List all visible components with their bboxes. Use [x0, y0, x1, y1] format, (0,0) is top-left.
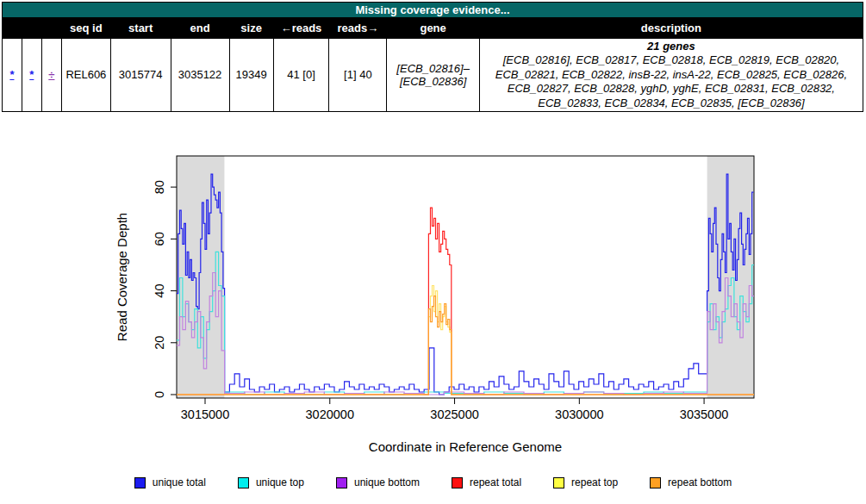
- cell-gene: [ECB_02816]–[ECB_02836]: [387, 39, 479, 112]
- legend-item: repeat top: [553, 476, 618, 488]
- legend-swatch-icon: [336, 477, 347, 488]
- cell-seq-id: REL606: [61, 39, 110, 112]
- y-tick-label: 20: [153, 336, 166, 350]
- y-tick-label: 40: [153, 283, 166, 297]
- legend-label: repeat bottom: [668, 476, 732, 488]
- legend-label: unique bottom: [354, 476, 420, 488]
- series-repeat-total: [177, 208, 754, 395]
- col-header-gene: gene: [387, 18, 479, 39]
- cell-reads-left: 41 [0]: [273, 39, 329, 112]
- legend-item: unique top: [238, 476, 304, 488]
- series-unique-total: [177, 174, 754, 395]
- col-header-reads-right: reads→: [329, 18, 387, 39]
- series-unique-bottom: [177, 273, 754, 395]
- y-tick-label: 80: [153, 180, 166, 194]
- y-tick-label: 0: [153, 391, 166, 398]
- series-repeat-bottom: [177, 296, 754, 395]
- legend-item: unique total: [134, 476, 206, 488]
- y-axis-label: Read Coverage Depth: [115, 213, 129, 341]
- col-header-size: size: [229, 18, 273, 39]
- y-tick-label: 60: [153, 232, 166, 246]
- description-gene-count: 21 genes: [483, 40, 859, 53]
- table-row: * * ÷ REL606 3015774 3035122 19349 41 [0…: [3, 39, 863, 112]
- plot-box: [177, 156, 754, 398]
- legend-label: repeat top: [571, 476, 618, 488]
- legend-swatch-icon: [650, 477, 661, 488]
- x-tick-label: 3015000: [181, 408, 229, 421]
- coverage-plot-canvas: 3015000302000030250003030000303500002040…: [112, 146, 866, 474]
- legend-swatch-icon: [238, 477, 249, 488]
- coverage-plot: 3015000302000030250003030000303500002040…: [112, 146, 866, 474]
- legend-swatch-icon: [452, 477, 463, 488]
- shaded-flank-region: [177, 156, 224, 398]
- legend-item: repeat total: [452, 476, 521, 488]
- legend-swatch-icon: [553, 477, 564, 488]
- table-title: Missing coverage evidence...: [3, 3, 863, 18]
- x-tick-label: 3030000: [555, 408, 603, 421]
- x-axis-label: Coordinate in Reference Genome: [369, 439, 562, 454]
- series-repeat-top: [177, 286, 754, 395]
- legend-swatch-icon: [134, 477, 146, 488]
- links-column-header: [3, 18, 62, 39]
- x-tick-label: 3035000: [680, 408, 728, 421]
- col-header-seq-id: seq id: [61, 18, 110, 39]
- coverage-plot-legend: unique totalunique topunique bottomrepea…: [0, 476, 866, 488]
- col-header-end: end: [171, 18, 229, 39]
- col-header-start: start: [110, 18, 171, 39]
- evidence-link-left-star[interactable]: *: [9, 68, 14, 81]
- series-unique-top: [177, 252, 754, 395]
- legend-label: unique total: [153, 476, 206, 488]
- cell-reads-right: [1] 40: [329, 39, 387, 112]
- legend-label: unique top: [256, 476, 304, 488]
- x-tick-label: 3025000: [430, 408, 478, 421]
- legend-item: unique bottom: [336, 476, 420, 488]
- shaded-flank-region: [707, 156, 754, 398]
- cell-start: 3015774: [110, 39, 171, 112]
- legend-item: repeat bottom: [650, 476, 732, 488]
- evidence-link-divide[interactable]: ÷: [48, 68, 54, 81]
- breseq-missing-coverage-page: { "evidence_table": { "title": "Missing …: [0, 0, 866, 504]
- description-gene-list: [ECB_02816], ECB_02817, ECB_02818, ECB_0…: [495, 53, 847, 109]
- evidence-link-right-star[interactable]: *: [29, 68, 34, 81]
- cell-description: 21 genes [ECB_02816], ECB_02817, ECB_028…: [479, 39, 863, 112]
- legend-label: repeat total: [470, 476, 521, 488]
- missing-coverage-table: Missing coverage evidence... seq id star…: [2, 2, 863, 112]
- cell-size: 19349: [229, 39, 273, 112]
- col-header-description: description: [479, 18, 863, 39]
- cell-end: 3035122: [171, 39, 229, 112]
- x-tick-label: 3020000: [306, 408, 354, 421]
- col-header-reads-left: ←reads: [273, 18, 329, 39]
